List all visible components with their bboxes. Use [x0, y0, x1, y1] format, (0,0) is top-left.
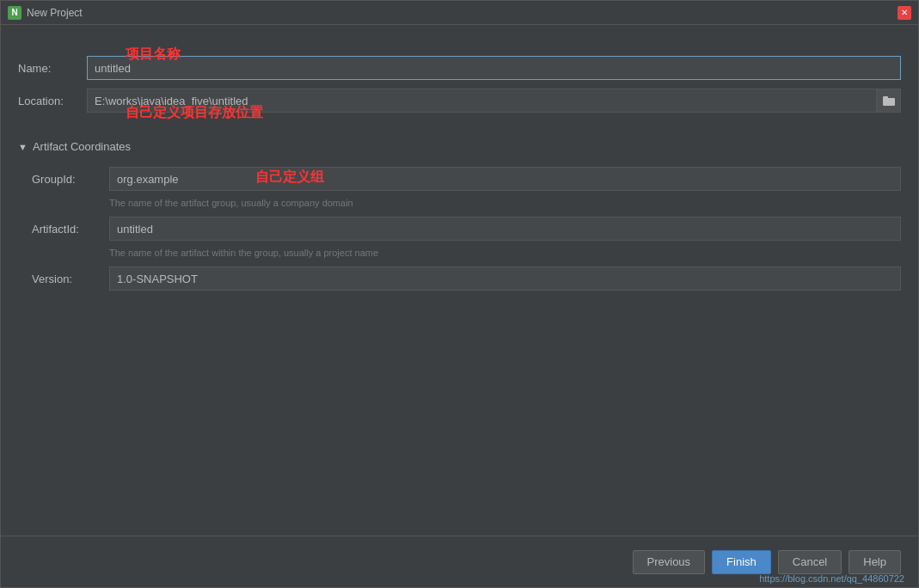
- name-row: Name:: [18, 56, 901, 80]
- close-icon: ✕: [901, 8, 908, 17]
- groupid-label: GroupId:: [32, 173, 109, 186]
- groupid-hint: The name of the artifact group, usually …: [109, 198, 901, 208]
- window-icon: N: [8, 6, 21, 20]
- artifactid-row: ArtifactId:: [32, 217, 901, 241]
- svg-rect-1: [883, 96, 888, 100]
- artifact-content: 自己定义组 GroupId: The name of the artifact …: [32, 167, 901, 291]
- groupid-wrapper: 自己定义组 GroupId:: [32, 167, 901, 191]
- artifactid-input[interactable]: [109, 217, 901, 241]
- name-input[interactable]: [87, 56, 901, 80]
- browse-button[interactable]: [877, 89, 901, 113]
- previous-button[interactable]: Previous: [633, 550, 706, 574]
- artifact-section: ▼ Artifact Coordinates 自己定义组 GroupId: Th…: [18, 130, 901, 297]
- window-title: New Project: [27, 7, 898, 19]
- finish-button[interactable]: Finish: [712, 550, 771, 574]
- version-input[interactable]: [109, 266, 901, 291]
- cancel-button[interactable]: Cancel: [778, 550, 842, 574]
- collapse-arrow-icon: ▼: [18, 142, 28, 152]
- artifact-header[interactable]: ▼ Artifact Coordinates: [18, 140, 901, 153]
- location-field-wrapper: [87, 89, 901, 113]
- artifact-coordinates-title: Artifact Coordinates: [33, 140, 131, 153]
- footer: Previous Finish Cancel Help https://blog…: [1, 536, 918, 587]
- title-bar: N New Project ✕: [1, 1, 918, 25]
- groupid-input[interactable]: [109, 167, 901, 191]
- help-button[interactable]: Help: [849, 550, 901, 574]
- location-row: Location:: [18, 89, 901, 113]
- name-label: Name:: [18, 62, 87, 75]
- version-label: Version:: [32, 273, 109, 285]
- location-input[interactable]: [87, 89, 877, 113]
- footer-link[interactable]: https://blog.csdn.net/qq_44860722: [759, 573, 904, 584]
- close-button[interactable]: ✕: [898, 6, 911, 20]
- main-content: 项目名称 自己定义项目存放位置 Name: Location:: [1, 25, 918, 536]
- location-label: Location:: [18, 95, 87, 107]
- artifactid-hint: The name of the artifact within the grou…: [109, 248, 901, 258]
- new-project-window: N New Project ✕ 项目名称 自己定义项目存放位置 Name: Lo…: [0, 0, 919, 588]
- folder-icon: [883, 95, 895, 106]
- title-bar-controls: ✕: [898, 6, 911, 20]
- groupid-row: GroupId:: [32, 167, 901, 191]
- version-row: Version:: [32, 266, 901, 291]
- artifactid-label: ArtifactId:: [32, 223, 109, 236]
